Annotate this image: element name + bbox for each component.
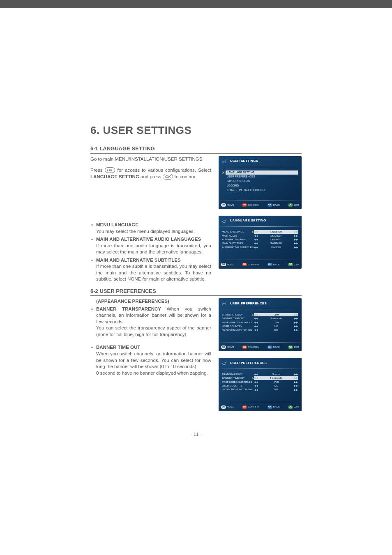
osd-menu-row: FAVOURITE LISTS xyxy=(226,179,298,184)
bullet-head: BANNER TRANSPARENCY xyxy=(96,306,161,311)
osd-menu-row: USER PREFERENCES xyxy=(226,175,298,179)
foot-back: OKBACK xyxy=(267,263,280,266)
osd-setting-row[interactable]: BANNER TIMEOUT➤◀◀3 seconds▶▶ xyxy=(222,376,298,380)
triangle-left-icon[interactable]: ◀◀ xyxy=(254,238,258,241)
svg-line-1 xyxy=(225,159,226,161)
triangle-right-icon[interactable]: ▶▶ xyxy=(294,325,298,328)
osd-setting-value: NO xyxy=(258,328,294,332)
osd-setting-row[interactable]: ALTERNATIVE SUBTITLES◀◀DANISH▶▶ xyxy=(222,245,298,249)
triangle-left-icon[interactable]: ◀◀ xyxy=(254,376,258,380)
osd-setting-row[interactable]: USER COUNTRY◀◀UK▶▶ xyxy=(222,324,298,328)
section-6-1-heading: 6-1 LANGUAGE SETTING xyxy=(90,145,302,154)
ok-icon: OK xyxy=(221,263,226,266)
bullet-body: 0 second to have no banner displayed whe… xyxy=(96,371,208,375)
osd-header: LANGUAGE SETTING xyxy=(219,216,302,226)
triangle-left-icon[interactable]: ◀◀ xyxy=(254,234,258,237)
osd-setting-row[interactable]: NETWORK MONITORING◀◀NO▶▶ xyxy=(222,388,298,391)
osd-user-prefs-timeout: USER PREFERENCES TRANSPARENCY◀◀Normal▶▶B… xyxy=(219,358,302,411)
osd-setting-value: UK xyxy=(258,384,294,387)
triangle-right-icon[interactable]: ▶▶ xyxy=(294,230,298,233)
ok-icon: OK xyxy=(242,345,247,349)
osd-value-box: ◀◀DANISH▶▶ xyxy=(254,246,298,249)
osd-value-box: ◀◀UK▶▶ xyxy=(254,384,298,387)
triangle-right-icon[interactable]: ▶▶ xyxy=(294,373,298,376)
ok-button-icon: OK xyxy=(105,167,115,173)
osd-setting-row[interactable]: TRANSPARENCY➤◀◀Low▶▶ xyxy=(222,313,298,316)
triangle-right-icon[interactable]: ▶▶ xyxy=(294,328,298,332)
triangle-left-icon[interactable]: ◀◀ xyxy=(254,230,258,233)
osd-setting-row[interactable]: TRANSPARENCY◀◀Normal▶▶ xyxy=(222,372,298,376)
triangle-left-icon[interactable]: ◀◀ xyxy=(254,380,258,384)
satellite-icon xyxy=(222,159,228,164)
osd-setting-row[interactable]: MENU LANGUAGE➤◀◀ENGLISH▶▶ xyxy=(222,230,298,234)
ok-button-icon: OK xyxy=(163,174,173,180)
triangle-right-icon[interactable]: ▶▶ xyxy=(294,317,298,320)
osd-value-box: ◀◀NO▶▶ xyxy=(254,388,298,391)
osd-setting-row[interactable]: PREFERRED SUBTITLES◀◀DVB▶▶ xyxy=(222,320,298,324)
foot-back: OKBACK xyxy=(267,405,280,408)
foot-move: OKMOVE xyxy=(221,203,234,207)
spacer xyxy=(90,339,211,344)
bullet-body: When you switch channels, an information… xyxy=(96,351,211,369)
osd-value-box: ◀◀UK▶▶ xyxy=(254,325,298,328)
triangle-left-icon[interactable]: ◀◀ xyxy=(254,373,258,376)
ok-icon: OK xyxy=(267,405,272,409)
osd-setting-row[interactable]: PREFERRED SUBTITLES◀◀DVB▶▶ xyxy=(222,380,298,384)
osd-value-box: ◀◀Normal▶▶ xyxy=(254,373,298,376)
triangle-right-icon[interactable]: ▶▶ xyxy=(294,313,298,316)
triangle-right-icon[interactable]: ▶▶ xyxy=(294,376,298,380)
osd-setting-label: BANNER TIMEOUT xyxy=(222,317,254,320)
osd-setting-row[interactable]: BANNER TIMEOUT◀◀3 seconds▶▶ xyxy=(222,317,298,320)
foot-confirm: OKCONFIRM xyxy=(242,405,259,408)
osd-setting-row[interactable]: ALTERNATIVE AUDIO◀◀DEFAULT▶▶ xyxy=(222,237,298,241)
triangle-right-icon[interactable]: ▶▶ xyxy=(294,234,298,237)
osd-setting-row[interactable]: USER COUNTRY◀◀UK▶▶ xyxy=(222,384,298,388)
intro-line-2: Press OK for access to various configura… xyxy=(90,167,211,180)
satellite-icon xyxy=(222,360,228,366)
section-6-2-body: (APPEARANCE PREFERENCES) BANNER TRANSPAR… xyxy=(90,298,302,417)
triangle-right-icon[interactable]: ▶▶ xyxy=(294,242,298,245)
osd-setting-label: USER COUNTRY xyxy=(222,325,254,328)
triangle-right-icon[interactable]: ▶▶ xyxy=(294,321,298,324)
intro-text-c: and press xyxy=(141,174,163,179)
triangle-left-icon[interactable]: ◀◀ xyxy=(254,246,258,249)
svg-point-4 xyxy=(222,304,226,305)
bullet-audio-languages: MAIN AND ALTERNATIVE AUDIO LANGUAGES If … xyxy=(96,236,211,256)
triangle-left-icon[interactable]: ◀◀ xyxy=(254,242,258,245)
svg-point-0 xyxy=(222,161,226,163)
triangle-right-icon[interactable]: ▶▶ xyxy=(294,246,298,249)
osd-menu-item[interactable]: USER PREFERENCES xyxy=(226,175,298,179)
triangle-right-icon[interactable]: ▶▶ xyxy=(294,380,298,384)
bullets-6-1: MENU LANGUAGE You may select the menu di… xyxy=(90,222,211,283)
triangle-right-icon[interactable]: ▶▶ xyxy=(294,238,298,241)
osd-setting-label: PREFERRED SUBTITLES xyxy=(222,380,254,384)
triangle-left-icon[interactable]: ◀◀ xyxy=(254,325,258,328)
triangle-right-icon[interactable]: ▶▶ xyxy=(294,384,298,387)
foot-label: CONFIRM xyxy=(248,345,259,349)
osd-menu-item[interactable]: LANGUAGE SETTING xyxy=(226,170,298,175)
triangle-left-icon[interactable]: ◀◀ xyxy=(254,321,258,324)
triangle-left-icon[interactable]: ◀◀ xyxy=(254,328,258,332)
triangle-left-icon[interactable]: ◀◀ xyxy=(254,384,258,387)
triangle-left-icon[interactable]: ◀◀ xyxy=(254,317,258,320)
foot-label: MOVE xyxy=(227,345,234,349)
osd-body: ➤ LANGUAGE SETTING USER PREFERENCES FAVO… xyxy=(219,169,302,199)
osd-menu-item[interactable]: LOCKING xyxy=(226,184,298,188)
osd-setting-label: PREFERRED SUBTITLES xyxy=(222,321,254,324)
osd-menu-row: LOCKING xyxy=(226,184,298,188)
osd-setting-row[interactable]: MAIN SUBTITLES◀◀SWEDISH▶▶ xyxy=(222,242,298,245)
triangle-left-icon[interactable]: ◀◀ xyxy=(254,388,258,391)
foot-label: BACK xyxy=(273,203,280,207)
osd-menu-item[interactable]: FAVOURITE LISTS xyxy=(226,179,298,184)
bullet-head: MAIN AND ALTERNATIVE SUBTITLES xyxy=(96,258,181,263)
osd-setting-row[interactable]: MAIN AUDIO◀◀DEFAULT▶▶ xyxy=(222,234,298,237)
osd-footer: OKMOVE OKCONFIRM OKBACK OKEXIT xyxy=(219,404,302,409)
osd-divider xyxy=(219,167,302,167)
osd-setting-row[interactable]: NETWORK MONITORING◀◀NO▶▶ xyxy=(222,328,298,332)
osd-menu-item[interactable]: CHANGE INSTALLATION CODE xyxy=(226,188,298,193)
bullet-body: You may select the menu displayed langua… xyxy=(96,229,195,234)
page-title: 6. USER SETTINGS xyxy=(90,123,302,138)
triangle-right-icon[interactable]: ▶▶ xyxy=(294,388,298,391)
triangle-left-icon[interactable]: ◀◀ xyxy=(254,313,258,316)
svg-line-7 xyxy=(225,362,226,363)
